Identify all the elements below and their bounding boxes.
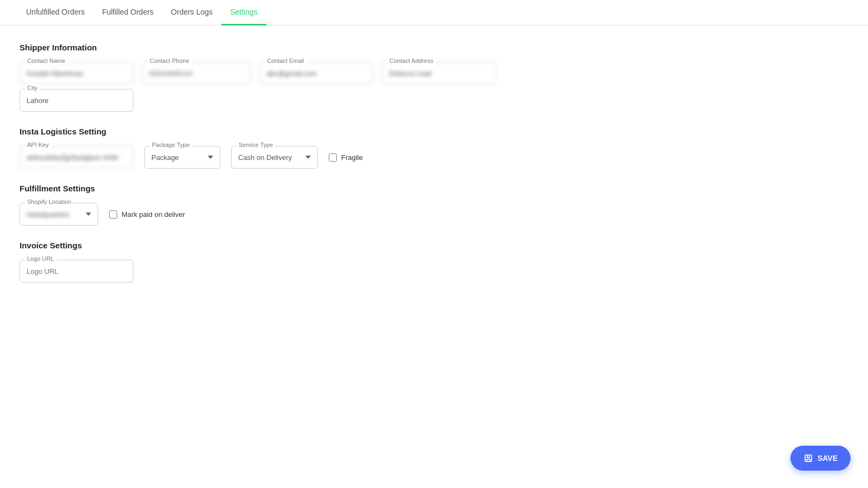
api-key-field-group: API Key — [20, 146, 133, 169]
insta-logistics-section-title: Insta Logistics Setting — [20, 127, 848, 136]
package-type-chevron-icon — [208, 156, 213, 159]
api-key-label: API Key — [25, 142, 51, 148]
tab-fulfilled-orders[interactable]: Fulfilled Orders — [93, 0, 162, 25]
contact-email-input[interactable] — [259, 62, 373, 85]
contact-name-label: Contact Name — [25, 57, 67, 64]
city-label: City — [25, 85, 40, 91]
tab-orders-logs[interactable]: Orders Logs — [162, 0, 221, 25]
fragile-row: Fragile — [329, 153, 363, 162]
service-type-field-group: Service Type Cash on Delivery — [231, 146, 318, 169]
main-content: Shipper Information Contact Name Contact… — [0, 25, 868, 315]
mark-paid-label: Mark paid on deliver — [122, 210, 185, 219]
contact-phone-field-group: Contact Phone — [142, 62, 251, 85]
logo-url-input[interactable] — [20, 260, 133, 282]
contact-email-field-group: Contact Email — [259, 62, 373, 85]
contact-phone-input[interactable] — [142, 62, 251, 85]
shipper-fields-row-1: Contact Name Contact Phone Contact Email… — [20, 62, 848, 85]
invoice-settings-section: Invoice Settings Logo URL — [20, 241, 848, 282]
shipper-fields-row-2: City — [20, 89, 848, 112]
fulfillment-settings-section: Fulfillment Settings Shopify Location He… — [20, 184, 848, 226]
city-input[interactable] — [20, 89, 133, 112]
service-type-value: Cash on Delivery — [238, 153, 292, 162]
contact-address-input[interactable] — [382, 62, 496, 85]
contact-phone-label: Contact Phone — [148, 57, 192, 64]
shipper-information-section: Shipper Information Contact Name Contact… — [20, 43, 848, 112]
package-type-field-group: Package Type Package — [144, 146, 220, 169]
api-key-input[interactable] — [20, 146, 133, 169]
insta-logistics-fields-row: API Key Package Type Package Service Typ… — [20, 146, 848, 169]
shopify-location-value: Headquarters — [27, 210, 69, 219]
logo-url-label: Logo URL — [25, 255, 56, 262]
shipper-section-title: Shipper Information — [20, 43, 848, 52]
shopify-location-field-group: Shopify Location Headquarters — [20, 203, 98, 226]
tab-settings[interactable]: Settings — [221, 0, 266, 25]
fulfillment-section-title: Fulfillment Settings — [20, 184, 848, 193]
shopify-location-label: Shopify Location — [25, 198, 73, 205]
invoice-section-title: Invoice Settings — [20, 241, 848, 250]
tab-unfulfilled-orders[interactable]: Unfulfilled Orders — [17, 0, 93, 25]
contact-name-input[interactable] — [20, 62, 133, 85]
service-type-select[interactable]: Cash on Delivery — [231, 146, 318, 169]
package-type-select[interactable]: Package — [144, 146, 220, 169]
invoice-fields-row: Logo URL — [20, 260, 848, 282]
contact-email-label: Contact Email — [265, 57, 306, 64]
shopify-location-select[interactable]: Headquarters — [20, 203, 98, 226]
contact-name-field-group: Contact Name — [20, 62, 133, 85]
fulfillment-fields-row: Shopify Location Headquarters Mark paid … — [20, 203, 848, 226]
mark-paid-row: Mark paid on deliver — [109, 210, 185, 219]
shopify-location-chevron-icon — [86, 213, 91, 216]
package-type-label: Package Type — [150, 142, 192, 148]
mark-paid-checkbox[interactable] — [109, 210, 117, 219]
tab-bar: Unfulfilled Orders Fulfilled Orders Orde… — [0, 0, 868, 25]
contact-address-field-group: Contact Address — [382, 62, 496, 85]
city-field-group: City — [20, 89, 133, 112]
insta-logistics-section: Insta Logistics Setting API Key Package … — [20, 127, 848, 169]
fragile-checkbox[interactable] — [329, 153, 337, 162]
package-type-value: Package — [151, 153, 179, 162]
fragile-label: Fragile — [341, 153, 363, 162]
service-type-label: Service Type — [237, 142, 275, 148]
logo-url-field-group: Logo URL — [20, 260, 133, 282]
service-type-chevron-icon — [305, 156, 311, 159]
contact-address-label: Contact Address — [387, 57, 436, 64]
